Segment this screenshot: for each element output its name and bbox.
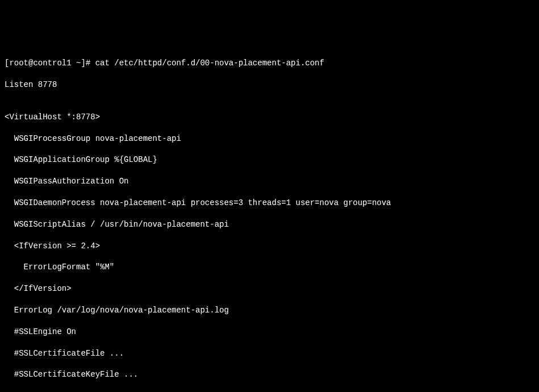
terminal-output: [root@control1 ~]# cat /etc/httpd/conf.d… — [5, 48, 534, 392]
config-line: #SSLCertificateFile ... — [5, 348, 534, 359]
config-line: #SSLCertificateKeyFile ... — [5, 369, 534, 380]
config-line: WSGIScriptAlias / /usr/bin/nova-placemen… — [5, 219, 534, 230]
config-line: Listen 8778 — [5, 80, 534, 90]
config-line: <VirtualHost *:8778> — [5, 112, 534, 123]
config-line: <IfVersion >= 2.4> — [5, 241, 534, 252]
config-line: ErrorLog /var/log/nova/nova-placement-ap… — [5, 305, 534, 316]
config-line: #SSLEngine On — [5, 327, 534, 337]
config-line: ErrorLogFormat "%M" — [5, 262, 534, 273]
config-line: WSGIProcessGroup nova-placement-api — [5, 134, 534, 144]
config-line: WSGIApplicationGroup %{GLOBAL} — [5, 155, 534, 165]
config-line: </IfVersion> — [5, 283, 534, 294]
config-line: WSGIDaemonProcess nova-placement-api pro… — [5, 198, 534, 208]
command-prompt-line: [root@control1 ~]# cat /etc/httpd/conf.d… — [5, 58, 534, 69]
config-line: WSGIPassAuthorization On — [5, 176, 534, 187]
